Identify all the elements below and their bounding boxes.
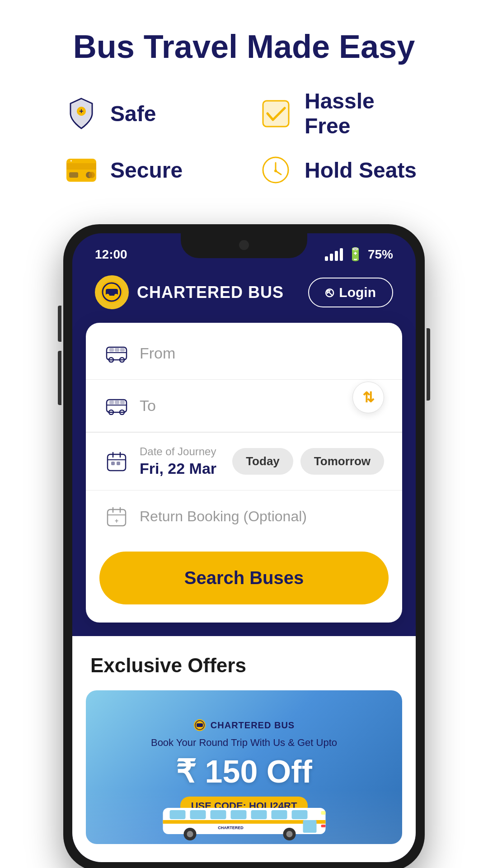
feature-hassle-free: Hassle Free [258, 89, 425, 138]
offer-card[interactable]: CHARTERED BUS Book Your Round Trip With … [86, 690, 402, 844]
page-title: Bus Travel Made Easy [73, 27, 415, 66]
offer-subtitle: Book Your Round Trip With Us & Get Upto [151, 737, 337, 749]
svg-point-8 [89, 172, 95, 178]
date-label-text: Date of Journey [140, 445, 221, 458]
svg-rect-61 [321, 811, 325, 815]
svg-point-58 [187, 831, 193, 837]
svg-point-18 [114, 294, 118, 297]
svg-rect-50 [190, 810, 206, 819]
from-placeholder: From [140, 344, 384, 362]
svg-text:+: + [114, 517, 118, 524]
date-info: Date of Journey Fri, 22 Mar [140, 445, 221, 477]
svg-rect-62 [321, 825, 325, 827]
app-name: CHARTERED BUS [137, 283, 284, 302]
feature-hassle-label: Hassle Free [305, 89, 425, 138]
login-label: Login [339, 285, 376, 300]
svg-rect-5 [66, 163, 96, 170]
svg-rect-48 [163, 820, 325, 824]
bus-image: CHARTERED [86, 790, 402, 844]
swap-arrow-icon: ⇅ [362, 389, 375, 406]
search-card: From ⇅ [86, 323, 402, 623]
phone-screen: 12:00 🔋 75% [72, 233, 416, 862]
clock-icon [258, 152, 294, 188]
side-btn-1 [58, 306, 61, 342]
signal-bar-2 [330, 254, 333, 261]
offer-logo-text: CHARTERED BUS [211, 720, 295, 731]
return-calendar-icon: + [104, 504, 129, 529]
logo-circle [95, 275, 129, 309]
svg-rect-25 [120, 348, 125, 352]
phone-mockup: 12:00 🔋 75% [63, 224, 425, 868]
svg-rect-32 [120, 401, 125, 404]
check-icon [258, 95, 294, 132]
feature-hold-seats-label: Hold Seats [305, 158, 417, 183]
svg-text:●: ● [70, 159, 72, 163]
app-logo: CHARTERED BUS [95, 275, 284, 309]
feature-secure-label: Secure [110, 158, 183, 183]
swap-button[interactable]: ⇅ [352, 382, 384, 413]
to-placeholder: To [140, 397, 384, 415]
offers-section: Exclusive Offers CHARTERED BUS Book Your… [72, 636, 416, 862]
svg-rect-53 [251, 810, 267, 819]
svg-text:CHARTERED: CHARTERED [218, 826, 244, 830]
calendar-icon [104, 449, 129, 474]
svg-rect-54 [271, 810, 287, 819]
card-icon: ● [63, 152, 99, 188]
side-btn-2 [58, 351, 61, 405]
feature-secure: ● Secure [63, 152, 230, 188]
date-buttons: Today Tomorrow [232, 448, 384, 475]
svg-rect-23 [109, 348, 114, 352]
offer-logo-row: CHARTERED BUS [193, 719, 295, 731]
search-buses-button[interactable]: Search Buses [99, 552, 389, 604]
svg-rect-49 [169, 810, 185, 819]
svg-rect-24 [115, 348, 119, 352]
side-btn-3 [427, 328, 430, 401]
battery-icon: 🔋 [347, 247, 363, 262]
from-field[interactable]: From ⇅ [86, 327, 402, 380]
date-value-text: Fri, 22 Mar [140, 460, 221, 477]
search-btn-wrap: Search Buses [86, 542, 402, 618]
bus-to-icon [104, 393, 129, 418]
svg-text:+: + [79, 107, 83, 115]
status-time: 12:00 [95, 247, 127, 262]
login-button[interactable]: ⎋ Login [308, 278, 393, 307]
return-placeholder: Return Booking (Optional) [140, 508, 307, 525]
feature-hold-seats: Hold Seats [258, 152, 425, 188]
svg-rect-30 [109, 401, 114, 404]
phone-camera [239, 240, 249, 250]
today-button[interactable]: Today [232, 448, 293, 475]
shield-icon: + [63, 95, 99, 132]
feature-safe: + Safe [63, 89, 230, 138]
svg-rect-51 [210, 810, 226, 819]
svg-rect-37 [111, 462, 115, 465]
tomorrow-button[interactable]: Tomorrow [300, 448, 384, 475]
page-wrapper: Bus Travel Made Easy + Safe [0, 0, 488, 868]
svg-rect-31 [115, 401, 119, 404]
offer-amount: ₹ 150 Off [176, 753, 312, 790]
svg-point-13 [274, 170, 277, 172]
phone-notch [181, 233, 307, 258]
return-field[interactable]: + Return Booking (Optional) [86, 490, 402, 542]
svg-rect-6 [69, 172, 78, 178]
signal-bar-3 [335, 251, 338, 261]
date-field[interactable]: Date of Journey Fri, 22 Mar Today Tomorr… [86, 432, 402, 490]
bus-from-icon [104, 341, 129, 366]
signal-bar-1 [325, 256, 328, 261]
svg-rect-52 [230, 810, 246, 819]
login-icon: ⎋ [325, 285, 333, 300]
signal-bar-4 [340, 248, 343, 261]
svg-rect-56 [303, 820, 316, 833]
svg-rect-46 [197, 723, 203, 727]
feature-safe-label: Safe [110, 101, 156, 126]
offer-background: CHARTERED BUS Book Your Round Trip With … [86, 690, 402, 844]
features-grid: + Safe Hassle Free [27, 89, 461, 188]
svg-point-60 [286, 831, 292, 837]
svg-point-17 [106, 294, 109, 297]
header-section: Bus Travel Made Easy + Safe [0, 27, 488, 224]
battery-level: 75% [368, 247, 393, 262]
status-right: 🔋 75% [325, 247, 393, 262]
svg-rect-55 [291, 810, 307, 819]
app-navbar: CHARTERED BUS ⎋ Login [72, 266, 416, 323]
svg-rect-38 [117, 462, 120, 465]
signal-icon [325, 248, 343, 261]
